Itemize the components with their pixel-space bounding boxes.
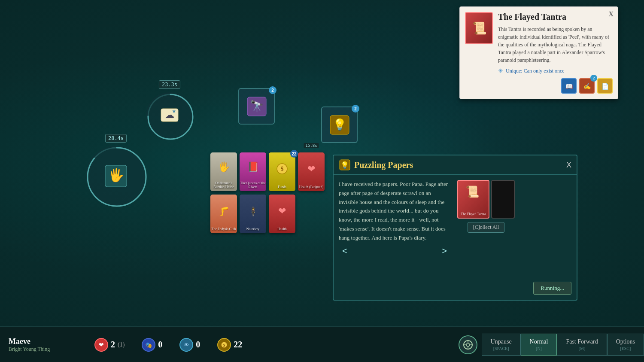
- options-label: Options: [616, 338, 635, 345]
- passion-icon: 🎭: [142, 338, 155, 352]
- fast-sub: [M]: [579, 346, 586, 351]
- health-sub: (1): [118, 341, 125, 348]
- svg-text:📕: 📕: [247, 161, 259, 173]
- timer-1-label: 23.3s: [159, 80, 180, 89]
- dialog-text: I have received the papers. Poor Papa. P…: [339, 180, 450, 243]
- resource-funds-group: $ 22: [209, 338, 251, 352]
- svg-text:$: $: [281, 166, 284, 172]
- timer-2-label: 28.4s: [105, 134, 127, 143]
- dialog-title: Puzzling Papers: [354, 160, 563, 170]
- dialog-body: I have received the papers. Poor Papa. P…: [334, 175, 577, 261]
- resource-reason-group: 👁 0: [171, 338, 209, 352]
- svg-text:💡: 💡: [340, 161, 349, 169]
- svg-text:🕴: 🕴: [247, 206, 259, 218]
- svg-text:📄: 📄: [601, 83, 609, 90]
- tooltip-title: The Flayed Tantra: [498, 12, 613, 22]
- svg-text:🔭: 🔭: [250, 99, 264, 113]
- flayed-tantra-card-preview[interactable]: 📜 The Flayed Tantra: [457, 180, 489, 219]
- unique-icon: ✳: [498, 67, 503, 75]
- timer-circle-1: ☁ ★ 23.3s: [146, 92, 193, 140]
- svg-point-34: [466, 343, 470, 347]
- svg-text:🦵: 🦵: [219, 206, 229, 216]
- normal-label: Normal: [530, 338, 548, 345]
- fast-label: Fast Forward: [566, 338, 598, 345]
- tooltip-actions: 📖 ✍ 2 📄: [465, 78, 613, 94]
- funds-icon-bottom: $: [217, 338, 231, 352]
- mystery-button[interactable]: [454, 335, 482, 354]
- dialog-header: 💡 Puzzling Papers X: [334, 155, 577, 175]
- tooltip-unique-text: Unique: Can only exist once: [506, 68, 565, 74]
- card-notoriety-label: Notoriety: [246, 227, 260, 231]
- unpause-sub: [SPACE]: [493, 346, 509, 351]
- svg-text:📜: 📜: [465, 185, 480, 198]
- puzzling-papers-dialog: 💡 Puzzling Papers X I have received the …: [333, 155, 577, 301]
- unpause-button[interactable]: Unpause [SPACE]: [482, 334, 521, 356]
- svg-text:📜: 📜: [471, 21, 486, 35]
- card-slot-bulb[interactable]: 2 💡: [321, 106, 358, 143]
- timer-circle-2: 🖐 28.4s: [86, 146, 146, 206]
- bottom-bar: Maeve Bright Young Thing ❤ 2 (1) 🎭 0 👁 0…: [0, 326, 644, 362]
- card-health-label: Health: [277, 227, 286, 231]
- card-notoriety[interactable]: 🕴 Notoriety: [240, 195, 266, 233]
- funds-value-bottom: 22: [234, 340, 242, 350]
- player-info: Maeve Bright Young Thing: [0, 334, 86, 356]
- card-health[interactable]: ❤ Health: [269, 195, 295, 233]
- card-health-fatigued[interactable]: 15.8s ❤ Health (Fatigued): [298, 152, 325, 191]
- options-sub: [ESC]: [620, 346, 631, 351]
- options-button[interactable]: Options [ESC]: [607, 334, 644, 356]
- health-value: 2: [111, 340, 115, 350]
- tooltip-action-page[interactable]: 📄: [597, 78, 613, 94]
- resource-health-group: ❤ 2 (1): [86, 338, 133, 352]
- card-auction-label: Oriflamme's Auction House: [210, 181, 237, 189]
- player-title: Bright Young Thing: [9, 346, 77, 353]
- dialog-cards-area: 📜 The Flayed Tantra [C]ollect All: [457, 180, 515, 256]
- svg-text:❤: ❤: [278, 206, 286, 216]
- svg-text:✍: ✍: [583, 83, 591, 90]
- svg-text:🎭: 🎭: [145, 341, 152, 349]
- dark-card: [491, 180, 515, 219]
- tooltip-thumbnail: 📜: [465, 12, 493, 44]
- svg-text:❤: ❤: [99, 342, 104, 348]
- hand-area: 🖐 Oriflamme's Auction House 📕 The Queens…: [210, 152, 325, 235]
- card-auction-house[interactable]: 🖐 Oriflamme's Auction House: [210, 152, 237, 191]
- normal-speed-button[interactable]: Normal [N]: [521, 334, 557, 356]
- health-fatigued-timer: 15.8s: [304, 143, 319, 148]
- card-ecdysis-label: The Ecdysis Club: [212, 227, 236, 231]
- card-slot-telescope[interactable]: 2 🔭: [238, 88, 275, 125]
- dialog-next-button[interactable]: >: [438, 246, 450, 256]
- svg-text:📖: 📖: [565, 83, 573, 90]
- flayed-tantra-card-label: The Flayed Tantra: [461, 212, 486, 216]
- tooltip-close-button[interactable]: X: [608, 10, 614, 18]
- unpause-label: Unpause: [491, 338, 512, 345]
- svg-text:❤: ❤: [307, 164, 315, 174]
- game-board: ☁ ★ 23.3s 🖐 28.4s 2 🔭 2 💡: [0, 0, 644, 326]
- reason-value: 0: [196, 340, 200, 350]
- resource-passion-group: 🎭 0: [133, 338, 171, 352]
- normal-sub: [N]: [536, 346, 542, 351]
- tooltip-unique: ✳ Unique: Can only exist once: [498, 67, 613, 75]
- card-health-fatigued-label: Health (Fatigued): [299, 185, 324, 189]
- svg-text:👁: 👁: [184, 342, 189, 348]
- card-queens[interactable]: 📕 The Queens of the Rivers: [240, 152, 266, 191]
- svg-text:💡: 💡: [333, 118, 347, 131]
- card-ecdysis[interactable]: 🦵 The Ecdysis Club: [210, 195, 237, 233]
- funds-badge: 22: [290, 150, 298, 158]
- bulb-badge: 2: [352, 105, 359, 113]
- health-icon: ❤: [94, 338, 108, 352]
- svg-text:$: $: [223, 343, 225, 347]
- dialog-close-button[interactable]: X: [566, 161, 571, 170]
- card-funds-label: Funds: [278, 185, 286, 189]
- flayed-tantra-tooltip: 📜 X The Flayed Tantra This Tantra is rec…: [459, 6, 618, 99]
- passion-value: 0: [158, 340, 162, 350]
- stamp-badge: 2: [590, 75, 597, 82]
- card-funds[interactable]: 22 $ Funds: [269, 152, 295, 191]
- reason-icon: 👁: [179, 338, 193, 352]
- tooltip-action-book[interactable]: 📖: [561, 78, 577, 94]
- tooltip-description: This Tantra is recorded as being spoken …: [498, 25, 613, 64]
- collect-all-button[interactable]: [C]ollect All: [468, 222, 504, 233]
- dialog-navigation: < >: [339, 243, 450, 256]
- fast-forward-button[interactable]: Fast Forward [M]: [557, 334, 607, 356]
- dialog-prev-button[interactable]: <: [339, 246, 351, 256]
- card-queens-label: The Queens of the Rivers: [240, 181, 266, 189]
- running-button[interactable]: Running...: [533, 282, 571, 295]
